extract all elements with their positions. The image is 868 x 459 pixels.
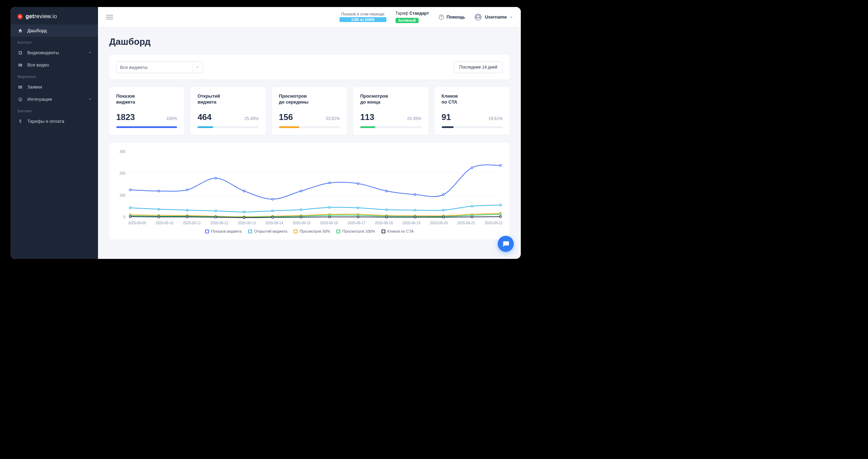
svg-point-17	[129, 189, 131, 191]
stat-value: 1823	[116, 112, 135, 122]
svg-point-44	[499, 204, 501, 206]
sidebar-item-label: Тарифы и оплата	[27, 119, 64, 124]
svg-point-40	[386, 209, 387, 211]
stat-progress	[279, 126, 340, 128]
chart-card: 3002001000 2020-09-092020-09-102020-09-1…	[109, 143, 510, 240]
svg-point-75	[186, 216, 188, 218]
period-label: Показов в этом периоде	[340, 12, 386, 16]
sidebar-item-billing[interactable]: Тарифы и оплата	[10, 115, 98, 127]
chat-button[interactable]	[498, 236, 514, 252]
brand-text: getreview.io	[26, 13, 57, 20]
sidebar-item-allvideos[interactable]: Все видео	[10, 59, 98, 71]
stat-value: 113	[360, 112, 374, 122]
stat-progress	[442, 126, 503, 128]
user-menu[interactable]: Username	[474, 13, 513, 21]
chat-icon	[502, 240, 510, 248]
sidebar-item-label: Дашборд	[27, 28, 47, 33]
sidebar-item-label: Заявки	[27, 84, 42, 90]
stat-percent: 19.61%	[488, 116, 503, 121]
svg-point-33	[186, 209, 188, 211]
video-icon	[18, 63, 23, 68]
stat-percent: 25.45%	[244, 116, 259, 121]
chart-x-axis: 2020-09-092020-09-102020-09-112020-09-12…	[128, 219, 503, 225]
svg-point-42	[443, 209, 444, 211]
legend-item[interactable]: Открытий виджета	[248, 229, 287, 233]
question-icon	[438, 14, 444, 20]
svg-point-34	[215, 210, 217, 212]
svg-point-43	[471, 205, 473, 207]
legend-item[interactable]: Кликов по CTA	[382, 229, 414, 233]
play-icon	[18, 14, 23, 19]
svg-point-41	[414, 209, 416, 211]
svg-point-25	[357, 183, 359, 184]
sidebar-section-content: Контент	[10, 37, 98, 47]
stat-value: 464	[197, 112, 211, 122]
stat-card: Просмотровдо конца 113 24.35%	[353, 87, 428, 135]
stat-card: Просмотровдо середины 156 33.62%	[272, 87, 347, 135]
stat-label: Просмотровдо конца	[360, 93, 421, 106]
svg-point-20	[215, 177, 217, 179]
stat-progress	[116, 126, 177, 128]
chevron-down-icon	[192, 62, 199, 73]
legend-item[interactable]: Показов виджета	[205, 229, 242, 233]
date-range-button[interactable]: Последние 14 дней	[454, 61, 503, 73]
username-label: Username	[485, 14, 507, 20]
stats-row: Показоввиджета 1823 100% Открытийвиджета…	[109, 87, 510, 135]
sidebar-item-videowidgets[interactable]: Видеовиджеты	[10, 47, 98, 59]
svg-point-32	[158, 208, 160, 210]
svg-point-30	[499, 164, 501, 166]
widget-icon	[18, 50, 23, 55]
main-area: Показов в этом периоде 1190 из 20000 Тар…	[98, 7, 521, 259]
svg-point-4	[19, 86, 20, 87]
period-bar: 1190 из 20000	[340, 17, 386, 22]
svg-point-39	[357, 207, 359, 209]
tariff-title: Тариф Стандарт	[396, 11, 429, 16]
svg-point-84	[443, 216, 444, 218]
chart-legend: Показов виджетаОткрытий виджетаПросмотро…	[116, 229, 503, 233]
menu-toggle-icon[interactable]	[106, 14, 113, 20]
svg-point-24	[329, 182, 330, 184]
legend-item[interactable]: Просмотров 100%	[336, 229, 375, 233]
svg-point-29	[471, 167, 473, 169]
filter-card: Все виджеты Последние 14 дней	[109, 55, 510, 79]
avatar-icon	[474, 13, 482, 21]
period-usage: Показов в этом периоде 1190 из 20000	[340, 12, 386, 22]
tariff-block[interactable]: Тариф Стандарт Активный	[396, 11, 429, 23]
svg-point-37	[300, 209, 302, 211]
svg-point-35	[243, 211, 245, 213]
stat-card: Показоввиджета 1823 100%	[109, 87, 184, 135]
help-link[interactable]: Помощь	[438, 14, 465, 20]
stat-value: 91	[442, 112, 451, 122]
stat-progress	[360, 126, 421, 128]
svg-point-19	[186, 189, 188, 191]
svg-point-73	[129, 216, 131, 218]
stat-percent: 33.62%	[326, 116, 340, 121]
sidebar-item-label: Видеовиджеты	[27, 50, 59, 55]
svg-point-82	[386, 216, 387, 218]
legend-item[interactable]: Просмотров 50%	[294, 229, 330, 233]
sidebar-item-integrations[interactable]: Интеграции	[10, 93, 98, 105]
sidebar-section-billing: Биллинг	[10, 105, 98, 115]
svg-point-74	[158, 216, 160, 218]
widget-select[interactable]: Все виджеты	[116, 61, 203, 73]
brand-logo[interactable]: getreview.io	[10, 7, 98, 24]
svg-rect-6	[21, 87, 22, 87]
svg-point-23	[300, 190, 302, 192]
svg-point-81	[357, 216, 359, 218]
svg-point-86	[499, 216, 501, 218]
svg-point-27	[414, 193, 416, 195]
chart-area: 2020-09-092020-09-102020-09-112020-09-12…	[128, 149, 503, 225]
sidebar-item-leads[interactable]: Заявки	[10, 81, 98, 93]
svg-point-36	[272, 210, 273, 212]
svg-point-31	[129, 207, 131, 209]
stat-label: Просмотровдо середины	[279, 93, 340, 106]
sidebar-item-label: Интеграции	[27, 97, 52, 102]
svg-point-22	[272, 198, 273, 200]
sidebar-item-dashboard[interactable]: Дашборд	[10, 24, 98, 37]
stat-progress	[197, 126, 258, 128]
content: Дашборд Все виджеты Последние 14 дней По…	[98, 27, 521, 259]
svg-point-21	[243, 190, 245, 192]
stat-label: Кликовпо CTA	[442, 93, 503, 106]
stat-percent: 100%	[167, 116, 177, 121]
svg-point-28	[443, 193, 444, 195]
